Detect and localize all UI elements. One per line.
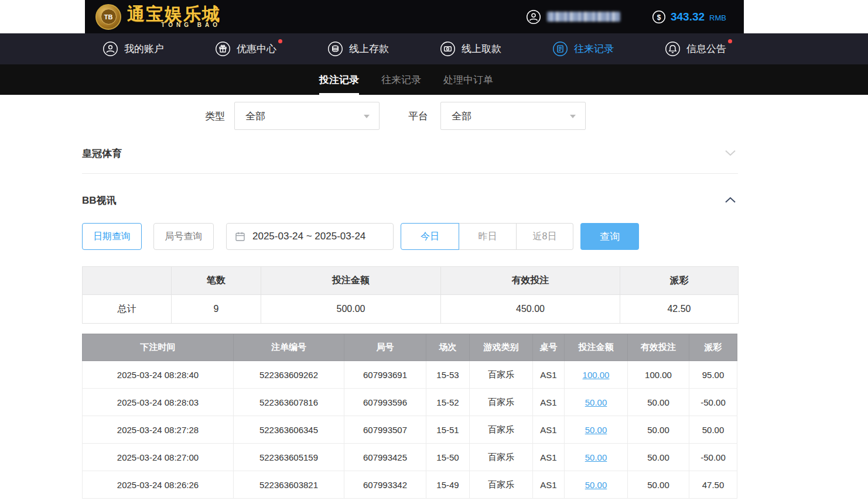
cell-bet-amount: 100.00 bbox=[565, 361, 628, 389]
cell-bet-id: 522363603821 bbox=[234, 471, 344, 499]
cell-game: 百家乐 bbox=[470, 389, 533, 416]
tab-transaction-records[interactable]: 往来记录 bbox=[381, 64, 421, 95]
last-8-days-button[interactable]: 近8日 bbox=[517, 223, 573, 250]
nav-label: 我的账户 bbox=[124, 42, 164, 56]
gift-icon bbox=[215, 41, 231, 57]
summary-valid-bet-value: 450.00 bbox=[441, 295, 620, 324]
logo-coin-icon: TB bbox=[95, 4, 121, 30]
cell-table: AS1 bbox=[533, 416, 565, 444]
column-header: 有效投注 bbox=[628, 334, 689, 361]
cell-round: 607993342 bbox=[344, 471, 426, 499]
cell-bet-amount: 50.00 bbox=[565, 471, 628, 499]
table-row: 2025-03-24 08:26:26522363603821607993342… bbox=[83, 471, 737, 499]
column-header: 游戏类别 bbox=[470, 334, 533, 361]
balance-display: $ 343.32 RMB bbox=[652, 10, 726, 24]
nav-label: 信息公告 bbox=[686, 42, 726, 56]
summary-payout-value: 42.50 bbox=[620, 295, 739, 324]
table-row: 2025-03-24 08:28:40522363609262607993691… bbox=[83, 361, 737, 389]
chevron-down-icon[interactable] bbox=[723, 146, 738, 161]
notification-dot bbox=[278, 39, 282, 43]
cell-valid-bet: 50.00 bbox=[628, 444, 689, 471]
chevron-down-icon bbox=[364, 115, 370, 118]
section-title: BB视讯 bbox=[82, 194, 117, 207]
section-bb-video: BB视讯 bbox=[82, 191, 738, 210]
summary-header-count: 笔数 bbox=[172, 267, 261, 295]
cell-payout: 95.00 bbox=[689, 361, 737, 389]
summary-header-bet-amount: 投注金额 bbox=[261, 267, 441, 295]
deposit-icon bbox=[327, 41, 343, 57]
logo-name: 通宝娱乐城 bbox=[127, 5, 221, 23]
chevron-up-icon[interactable] bbox=[723, 193, 738, 208]
cell-session: 15-51 bbox=[426, 416, 470, 444]
logo-coin-label: TB bbox=[101, 9, 117, 25]
main-navbar: 我的账户 优惠中心 线上存款 bbox=[0, 33, 868, 64]
nav-item-transaction-records[interactable]: 往来记录 bbox=[552, 41, 614, 57]
cell-time: 2025-03-24 08:27:00 bbox=[83, 444, 234, 471]
query-controls: 日期查询 局号查询 2025-03-24 ~ 2025-03-24 今日 昨日 … bbox=[82, 223, 738, 250]
search-button[interactable]: 查询 bbox=[580, 223, 639, 250]
bet-table-head-row: 下注时间注单编号局号场次游戏类别桌号投注金额有效投注派彩 bbox=[83, 334, 737, 361]
bet-amount-link[interactable]: 50.00 bbox=[585, 452, 607, 462]
cell-valid-bet: 50.00 bbox=[628, 471, 689, 499]
bell-icon bbox=[665, 41, 681, 57]
cell-game: 百家乐 bbox=[470, 361, 533, 389]
notification-dot bbox=[728, 39, 732, 43]
cell-payout: 50.00 bbox=[689, 416, 737, 444]
site-logo[interactable]: TB 通宝娱乐城 TONG BAO bbox=[95, 4, 221, 30]
nav-label: 线上存款 bbox=[349, 42, 389, 56]
cell-table: AS1 bbox=[533, 444, 565, 471]
nav-item-online-deposit[interactable]: 线上存款 bbox=[327, 41, 389, 57]
bet-table-body: 2025-03-24 08:28:40522363609262607993691… bbox=[83, 361, 737, 499]
cell-payout: 47.50 bbox=[689, 471, 737, 499]
bet-amount-link[interactable]: 50.00 bbox=[585, 425, 607, 435]
cell-table: AS1 bbox=[533, 361, 565, 389]
cell-session: 15-53 bbox=[426, 361, 470, 389]
username-masked bbox=[547, 12, 620, 22]
date-range-input[interactable]: 2025-03-24 ~ 2025-03-24 bbox=[226, 223, 394, 250]
section-divider bbox=[82, 173, 738, 174]
nav-item-announcements[interactable]: 信息公告 bbox=[665, 41, 726, 57]
cell-bet-id: 522363605159 bbox=[234, 444, 344, 471]
today-button[interactable]: 今日 bbox=[401, 223, 459, 250]
cell-valid-bet: 50.00 bbox=[628, 389, 689, 416]
cell-round: 607993507 bbox=[344, 416, 426, 444]
records-icon bbox=[552, 41, 568, 57]
nav-item-online-withdrawal[interactable]: 线上取款 bbox=[440, 41, 501, 57]
cell-session: 15-49 bbox=[426, 471, 470, 499]
type-dropdown[interactable]: 全部 bbox=[234, 102, 380, 130]
nav-label: 线上取款 bbox=[462, 42, 501, 56]
summary-bet-amount-value: 500.00 bbox=[261, 295, 441, 324]
summary-total-row: 总计 9 500.00 450.00 42.50 bbox=[83, 295, 739, 324]
bet-amount-link[interactable]: 100.00 bbox=[583, 370, 610, 380]
withdraw-icon bbox=[440, 41, 456, 57]
round-query-button[interactable]: 局号查询 bbox=[153, 223, 214, 250]
user-account-menu[interactable] bbox=[526, 9, 620, 25]
records-tabbar: 投注记录 往来记录 处理中订单 bbox=[0, 64, 868, 95]
cell-game: 百家乐 bbox=[470, 416, 533, 444]
platform-dropdown[interactable]: 全部 bbox=[440, 102, 586, 130]
tab-processing-orders[interactable]: 处理中订单 bbox=[443, 64, 493, 95]
tab-betting-records[interactable]: 投注记录 bbox=[319, 64, 359, 95]
svg-text:$: $ bbox=[657, 13, 661, 21]
summary-header-row: 笔数 投注金额 有效投注 派彩 bbox=[83, 267, 739, 295]
cell-bet-amount: 50.00 bbox=[565, 416, 628, 444]
column-header: 下注时间 bbox=[83, 334, 234, 361]
column-header: 局号 bbox=[344, 334, 426, 361]
cell-bet-id: 522363609262 bbox=[234, 361, 344, 389]
section-title: 皇冠体育 bbox=[82, 147, 122, 160]
date-query-button[interactable]: 日期查询 bbox=[82, 223, 142, 250]
yesterday-button[interactable]: 昨日 bbox=[459, 223, 517, 250]
cell-bet-id: 522363606345 bbox=[234, 416, 344, 444]
nav-item-promotions[interactable]: 优惠中心 bbox=[215, 41, 276, 57]
cell-time: 2025-03-24 08:27:28 bbox=[83, 416, 234, 444]
cell-round: 607993596 bbox=[344, 389, 426, 416]
bet-amount-link[interactable]: 50.00 bbox=[585, 397, 607, 407]
table-row: 2025-03-24 08:27:00522363605159607993425… bbox=[83, 444, 737, 471]
type-dropdown-value: 全部 bbox=[245, 109, 265, 123]
platform-filter-label: 平台 bbox=[408, 109, 428, 123]
cell-game: 百家乐 bbox=[470, 444, 533, 471]
balance-currency: RMB bbox=[709, 13, 726, 22]
cell-time: 2025-03-24 08:28:40 bbox=[83, 361, 234, 389]
nav-item-my-account[interactable]: 我的账户 bbox=[102, 41, 164, 57]
bet-amount-link[interactable]: 50.00 bbox=[585, 480, 607, 490]
